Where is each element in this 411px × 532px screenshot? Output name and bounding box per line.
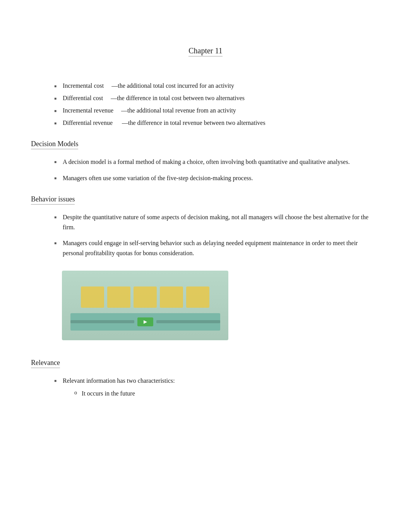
section-heading-relevance: Relevance — [31, 359, 60, 368]
definition-text-3: Incremental revenue —the additional tota… — [63, 106, 236, 115]
image-block: ▶ — [62, 271, 228, 340]
image-text-bar-2 — [156, 320, 220, 323]
relevance-subbullet-1: o It occurs in the future — [74, 389, 175, 399]
decision-models-bullet-2: ■ Managers often use some variation of t… — [54, 173, 380, 183]
page-title: Chapter 11 — [188, 46, 223, 56]
image-cards-row — [81, 286, 209, 308]
section-behavior-issues: Behavior issues ■ Despite the quantitati… — [31, 195, 380, 258]
image-card-4 — [160, 286, 183, 308]
bi-bullet-icon-1: ■ — [54, 214, 57, 220]
dm-bullet-text-2: Managers often use some variation of the… — [63, 173, 253, 183]
bullet-icon-3: ■ — [54, 108, 57, 114]
bi-bullet-icon-2: ■ — [54, 240, 57, 246]
definition-item-1: ■ Incremental cost —the additional total… — [54, 81, 380, 90]
decision-models-bullet-1: ■ A decision model is a formal method of… — [54, 157, 380, 167]
sub-o-marker: o — [74, 389, 77, 397]
section-relevance: Relevance ■ Relevant information has two… — [31, 359, 380, 405]
definition-item-3: ■ Incremental revenue —the additional to… — [54, 106, 380, 115]
rel-bullet-text-1: Relevant information has two characteris… — [63, 376, 175, 405]
image-card-1 — [81, 286, 104, 308]
definition-text-1: Incremental cost —the additional total c… — [63, 81, 234, 90]
relevance-bullets: ■ Relevant information has two character… — [54, 376, 380, 405]
definitions-list: ■ Incremental cost —the additional total… — [54, 81, 380, 128]
rel-subbullet-text-1: It occurs in the future — [82, 389, 135, 399]
dm-bullet-icon-2: ■ — [54, 175, 57, 181]
section-decision-models: Decision Models ■ A decision model is a … — [31, 140, 380, 183]
image-bottom-bar: ▶ — [70, 313, 220, 331]
behavior-issues-bullet-1: ■ Despite the quantitative nature of som… — [54, 212, 380, 232]
behavior-issues-bullet-2: ■ Managers could engage in self-serving … — [54, 238, 380, 258]
image-card-3 — [134, 286, 157, 308]
image-card-5 — [186, 286, 209, 308]
image-card-2 — [107, 286, 130, 308]
bullet-icon-4: ■ — [54, 120, 57, 126]
definition-item-2: ■ Differential cost —the difference in t… — [54, 94, 380, 103]
section-heading-behavior-issues: Behavior issues — [31, 195, 75, 205]
relevance-bullet-1: ■ Relevant information has two character… — [54, 376, 380, 405]
title-container: Chapter 11 — [31, 46, 380, 69]
behavior-issues-bullets: ■ Despite the quantitative nature of som… — [54, 212, 380, 258]
bi-bullet-text-2: Managers could engage in self-serving be… — [63, 238, 380, 258]
bullet-icon-2: ■ — [54, 95, 57, 101]
dm-bullet-icon-1: ■ — [54, 159, 57, 165]
rel-bullet-icon-1: ■ — [54, 378, 57, 384]
section-heading-decision-models: Decision Models — [31, 140, 78, 149]
decision-models-bullets: ■ A decision model is a formal method of… — [54, 157, 380, 183]
image-button[interactable]: ▶ — [137, 317, 153, 326]
definition-text-2: Differential cost —the difference in tot… — [63, 94, 245, 103]
image-text-bar-1 — [70, 320, 134, 323]
relevance-subbullets: o It occurs in the future — [74, 389, 175, 399]
dm-bullet-text-1: A decision model is a formal method of m… — [63, 157, 350, 167]
bullet-icon-1: ■ — [54, 83, 57, 89]
definition-item-4: ■ Differential revenue —the difference i… — [54, 118, 380, 128]
bi-bullet-text-1: Despite the quantitative nature of some … — [63, 212, 380, 232]
image-inner: ▶ — [62, 271, 228, 340]
definition-text-4: Differential revenue —the difference in … — [63, 118, 265, 128]
